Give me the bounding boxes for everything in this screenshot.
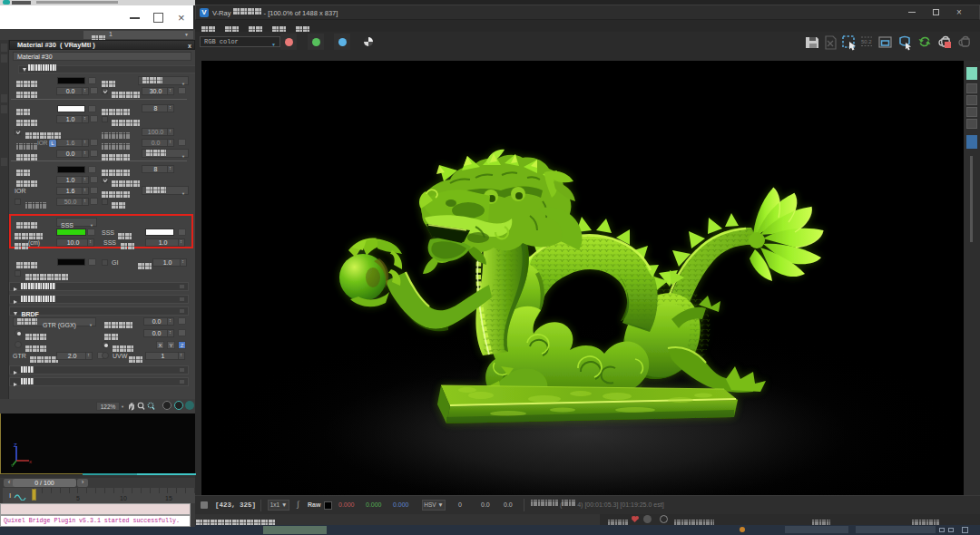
svg-text:50.2: 50.2 [861, 39, 872, 44]
svg-text:Z: Z [14, 443, 17, 448]
svg-text:y: y [11, 462, 14, 467]
svg-text:x: x [29, 459, 32, 464]
